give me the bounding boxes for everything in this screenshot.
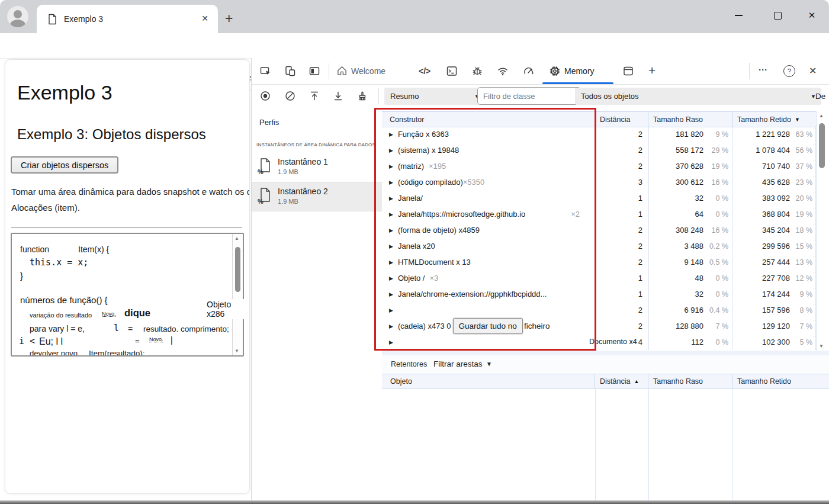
save-all-to-file-button[interactable]: Guardar tudo no (453, 318, 523, 334)
constructor-label: Janela/https://microsoftedge.github.io (398, 210, 525, 219)
scrollbar-thumb[interactable] (235, 247, 240, 292)
shallow-size-cell: 370 62819 % (648, 158, 732, 174)
device-emulation-icon[interactable] (284, 65, 296, 77)
perspective-select[interactable]: Resumo ▼ (384, 88, 485, 105)
create-objects-button[interactable]: Criar objetos dispersos (11, 156, 118, 174)
class-filter-input[interactable] (477, 87, 581, 105)
add-tab-icon[interactable]: + (648, 63, 656, 78)
expand-arrow-icon[interactable]: ▶ (389, 243, 393, 249)
heap-table-row[interactable]: ▶Janela/chrome-extension://gpphkfbcpiddd… (382, 286, 827, 302)
heap-table-row[interactable]: ▶41120 %102 3005 %Documento x4 (382, 334, 827, 350)
expand-arrow-icon[interactable]: ▶ (389, 291, 393, 297)
load-profile-icon[interactable] (309, 90, 320, 102)
expand-arrow-icon[interactable]: ▶ (389, 163, 393, 169)
record-icon[interactable] (259, 90, 271, 102)
scroll-up-icon[interactable]: ▲ (819, 113, 824, 118)
constructor-label: (forma de objeto) x4859 (398, 226, 480, 235)
devtools-close-icon[interactable]: ✕ (809, 65, 817, 76)
window-close-button[interactable]: ✕ (803, 7, 821, 24)
tab-welcome[interactable]: Welcome (351, 66, 385, 76)
column-header-distance[interactable]: Distância (595, 112, 648, 127)
heap-table-row[interactable]: ▶Janela x2023 4880.2 %299 59615 % (382, 238, 827, 254)
column-header-shallow-size[interactable]: Tamanho Raso (648, 112, 732, 127)
expand-arrow-icon[interactable]: ▶ (389, 323, 393, 329)
column-header-distance[interactable]: Distância ▲ (595, 374, 648, 389)
scrollbar-thumb[interactable] (819, 123, 825, 168)
tab-close-icon[interactable]: ✕ (201, 14, 208, 23)
new-tab-button[interactable]: + (225, 11, 233, 27)
home-icon[interactable] (336, 65, 348, 77)
heap-table-header: Construtor Distância Tamanho Raso Tamanh… (382, 111, 827, 127)
code-line: = (128, 324, 133, 333)
profiles-sidebar: Perfis INSTANTÂNEOS DE ÁREA DINÂMICA PAR… (252, 108, 383, 500)
heap-table-row[interactable]: ▶(cadeia) x473 0Guardar tudo noficheiro2… (382, 318, 827, 334)
distance-cell: 2 (595, 302, 648, 318)
tab-network-icon[interactable] (497, 65, 509, 77)
code-line: Eu; l l (39, 336, 63, 347)
shallow-size-percent: 0 % (703, 274, 732, 283)
heap-table-row[interactable]: ▶(código compilado)×53503300 61216 %435 … (382, 174, 827, 190)
help-icon[interactable]: ? (783, 65, 795, 77)
profile-avatar[interactable] (7, 6, 28, 27)
expand-arrow-icon[interactable]: ▶ (389, 131, 393, 137)
expand-arrow-icon[interactable]: ▶ (389, 259, 393, 265)
object-count-tooltip: Objeto x286 (205, 299, 249, 319)
expand-arrow-icon[interactable]: ▶ (389, 339, 393, 345)
expand-arrow-icon[interactable]: ▶ (389, 195, 393, 201)
snapshot-item-2[interactable]: % Instantâneo 2 1.9 MB (252, 182, 382, 211)
expand-arrow-icon[interactable]: ▶ (389, 275, 393, 281)
code-block[interactable]: function Item(x) { this.x = x; } números… (11, 233, 244, 357)
shallow-size-value: 308 248 (649, 226, 703, 235)
column-header-retained-size[interactable]: Tamanho Retido ▼ (732, 112, 816, 127)
tab-console-icon[interactable] (446, 65, 458, 77)
inspect-element-icon[interactable] (259, 65, 271, 77)
browser-tab[interactable]: Exemplo 3 ✕ (37, 5, 218, 33)
column-header-shallow-size[interactable]: Tamanho Raso (648, 374, 732, 389)
objects-filter-select[interactable]: Todos os objetos ▼ (575, 88, 821, 105)
heap-table-row[interactable]: ▶Função x 63632181 8209 %1 221 92863 % (382, 126, 827, 142)
expand-arrow-icon[interactable]: ▶ (389, 147, 393, 153)
expand-arrow-icon[interactable]: ▶ (389, 211, 393, 217)
maximize-button[interactable] (769, 7, 786, 24)
tab-elements-icon[interactable]: </> (419, 66, 430, 76)
column-header-constructor[interactable]: Construtor (382, 112, 595, 127)
tab-memory[interactable]: Memory (564, 66, 595, 76)
shallow-size-percent: 16 % (703, 178, 732, 187)
clear-all-brush-icon[interactable] (356, 90, 368, 102)
distance-cell: 2 (595, 254, 648, 270)
shallow-size-percent: 0 % (703, 338, 732, 346)
code-scrollbar[interactable]: ▲ ▼ (232, 234, 243, 355)
heap-table-row[interactable]: ▶Objeto /×31480 %227 70812 % (382, 270, 827, 286)
column-header-retained-size[interactable]: Tamanho Retido (732, 374, 829, 389)
tab-memory-icon[interactable] (549, 65, 561, 77)
constructor-cell: ▶Função x 6363 (382, 126, 595, 142)
expand-arrow-icon[interactable]: ▶ (389, 179, 393, 185)
heap-table-row[interactable]: ▶HTMLDocument x 1329 1480.5 %257 44413 % (382, 254, 827, 270)
scroll-down-icon[interactable]: ▼ (234, 348, 239, 354)
snapshot-item-1[interactable]: % Instantâneo 1 1.9 MB (252, 153, 382, 181)
scroll-down-icon[interactable]: ▼ (819, 344, 824, 349)
clear-icon[interactable] (284, 90, 296, 102)
more-tools-panel-icon[interactable] (622, 65, 634, 77)
heap-table-row[interactable]: ▶(sistema) x 198482558 17229 %1 078 4045… (382, 142, 827, 158)
heap-table-row[interactable]: ▶Janela/https://microsoftedge.github.io×… (382, 206, 827, 222)
scroll-up-icon[interactable]: ▲ (234, 236, 239, 241)
dock-side-icon[interactable] (309, 65, 320, 77)
heap-table-scrollbar[interactable]: ▲ ▼ (816, 111, 827, 351)
devtools-menu-icon[interactable]: ··· (759, 65, 767, 75)
heap-table-row[interactable]: ▶26 9160.4 %157 5968 % (382, 302, 827, 318)
heap-table-row[interactable]: ▶(matriz)×1952370 62819 %710 74037 % (382, 158, 827, 174)
tab-performance-icon[interactable] (523, 65, 535, 77)
expand-arrow-icon[interactable]: ▶ (389, 307, 393, 313)
save-profile-icon[interactable] (332, 90, 344, 102)
column-header-object[interactable]: Objeto (382, 374, 595, 389)
instance-count: ×195 (429, 162, 446, 171)
heap-table-row[interactable]: ▶(forma de objeto) x48592308 24816 %345 … (382, 222, 827, 238)
minimize-button[interactable] (730, 7, 747, 24)
filter-edges-select[interactable]: Filtrar arestas (433, 359, 483, 368)
tab-debugger-icon[interactable] (471, 65, 483, 77)
shallow-size-percent: 16 % (703, 226, 732, 235)
shallow-size-value: 48 (649, 274, 703, 283)
heap-table-row[interactable]: ▶Janela/1320 %383 09220 % (382, 190, 827, 206)
expand-arrow-icon[interactable]: ▶ (389, 227, 393, 233)
